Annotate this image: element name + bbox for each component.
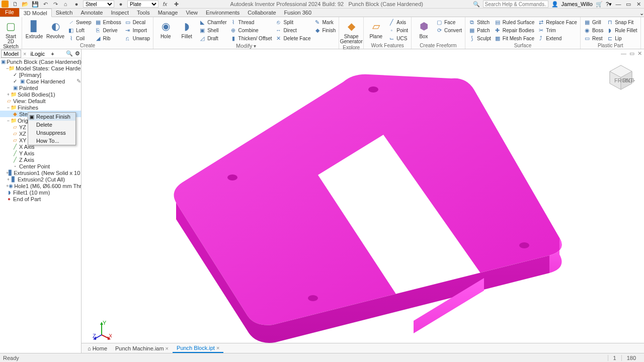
tree-root[interactable]: Punch Block (Case Hardened) <box>7 59 81 65</box>
box-button[interactable]: ⬢Box <box>414 18 434 39</box>
browser-tree[interactable]: ▣Punch Block (Case Hardened) −📁Model Sta… <box>0 58 81 353</box>
direct-button[interactable]: ↔Direct <box>274 26 312 34</box>
cart-icon[interactable]: 🛒 <box>596 1 603 8</box>
doc-tab-home[interactable]: ⌂Home <box>84 344 111 352</box>
convert-button[interactable]: ⟳Convert <box>435 26 463 34</box>
rib-button[interactable]: ◢Rib <box>94 34 122 42</box>
extend-button[interactable]: ⤴Extend <box>536 34 578 42</box>
tree-painted[interactable]: Painted <box>19 85 38 91</box>
deleteface-button[interactable]: ✕Delete Face <box>274 34 312 42</box>
tab-inspect[interactable]: Inspect <box>107 8 133 17</box>
browser-tab-model[interactable]: Model <box>1 50 21 58</box>
plane-button[interactable]: ▱Plane <box>366 18 386 39</box>
appearance-sphere-icon[interactable]: ● <box>116 1 125 8</box>
material-sphere-icon[interactable]: ● <box>72 1 81 8</box>
finish-button[interactable]: ◆Finish <box>313 26 337 34</box>
close-icon[interactable]: ✕ <box>635 1 642 8</box>
loft-button[interactable]: ◧Loft <box>66 26 93 34</box>
tree-eop[interactable]: End of Part <box>13 196 41 202</box>
qat-open-icon[interactable]: 📂 <box>21 1 30 8</box>
qat-home-icon[interactable]: ⌂ <box>61 1 70 8</box>
minimize-icon[interactable]: — <box>615 1 622 8</box>
thicken-button[interactable]: ▮Thicken/ Offset <box>229 34 273 42</box>
close-tab-icon[interactable]: × <box>166 345 169 351</box>
graphics-viewport[interactable]: — ▭ ✕ <box>82 49 644 353</box>
unwrap-button[interactable]: ⎌Unwrap <box>123 34 151 42</box>
coil-button[interactable]: ⌇Coil <box>66 34 93 42</box>
chamfer-button[interactable]: ◣Chamfer <box>198 18 227 26</box>
tab-3d-model[interactable]: 3D Model <box>19 9 52 17</box>
trim-button[interactable]: ✂Trim <box>536 26 578 34</box>
rulefillet-button[interactable]: ◗Rule Fillet <box>605 26 638 34</box>
ctx-repeat-finish[interactable]: ▣Repeat Finish <box>28 113 75 121</box>
qat-more-icon[interactable]: ✚ <box>172 1 181 8</box>
qat-undo-icon[interactable]: ↶ <box>41 1 50 8</box>
ctx-unsuppress[interactable]: Unsuppress <box>28 129 75 137</box>
tab-annotate[interactable]: Annotate <box>76 8 107 17</box>
browser-tab-add[interactable]: + <box>49 50 56 57</box>
viewport-close-icon[interactable]: ✕ <box>637 50 642 57</box>
shell-button[interactable]: ▣Shell <box>198 26 227 34</box>
tree-hole[interactable]: Hole1 (M6, Ø6.600 mm Through All Depth) <box>14 183 81 189</box>
tree-solidbodies[interactable]: Solid Bodies(1) <box>18 92 55 98</box>
ucs-button[interactable]: ⌙UCS <box>387 34 409 42</box>
stitch-button[interactable]: ⧉Stitch <box>467 18 492 26</box>
lip-button[interactable]: ⊏Lip <box>605 34 638 42</box>
repair-button[interactable]: ✚Repair Bodies <box>493 26 535 34</box>
close-tab-icon[interactable]: × <box>216 345 219 351</box>
tree-ext1[interactable]: Extrusion1 (New Solid x 10 mm) <box>14 170 81 176</box>
tab-collaborate[interactable]: Collaborate <box>244 8 280 17</box>
fx-icon[interactable]: fx <box>160 1 170 8</box>
start-sketch-button[interactable]: ▢Start 2D Sketch <box>2 18 20 49</box>
mark-button[interactable]: ✎Mark <box>313 18 337 26</box>
qat-save-icon[interactable]: 💾 <box>31 1 40 8</box>
viewport-minimize-icon[interactable]: — <box>621 50 626 57</box>
tree-zaxis[interactable]: Z Axis <box>19 157 34 163</box>
qat-new-icon[interactable]: 🗋 <box>11 1 20 8</box>
axis-button[interactable]: ╱Axis <box>387 18 409 26</box>
snap-button[interactable]: ⊓Snap Fit <box>605 18 638 26</box>
ctx-howto[interactable]: How To... <box>28 137 75 145</box>
tab-tools[interactable]: Tools <box>133 8 154 17</box>
tree-casehardened[interactable]: Case Hardened <box>26 78 65 84</box>
sculpt-button[interactable]: ⟆Sculpt <box>467 34 492 42</box>
tab-environments[interactable]: Environments <box>202 8 244 17</box>
face-button[interactable]: ▢Face <box>435 18 463 26</box>
part-model[interactable] <box>162 69 565 351</box>
tree-finishes[interactable]: Finishes <box>18 105 38 111</box>
decal-button[interactable]: ▭Decal <box>123 18 151 26</box>
tree-yaxis[interactable]: Y Axis <box>19 150 34 156</box>
grill-button[interactable]: ▦Grill <box>583 18 604 26</box>
user-name[interactable]: James_Willo <box>561 1 593 7</box>
tree-modelstates[interactable]: Model States: Case Hardened <box>16 65 81 71</box>
boss-button[interactable]: ◉Boss <box>583 26 604 34</box>
doc-tab-part[interactable]: Punch Block.ipt × <box>173 344 223 353</box>
import-button[interactable]: ⇥Import <box>123 26 151 34</box>
user-icon[interactable]: 👤 <box>551 1 558 8</box>
viewcube[interactable]: FRONT RIGHT <box>607 63 635 92</box>
draft-button[interactable]: ◿Draft <box>198 34 227 42</box>
maximize-icon[interactable]: ▭ <box>625 1 632 8</box>
tab-fusion360[interactable]: Fusion 360 <box>280 8 315 17</box>
qat-redo-icon[interactable]: ↷ <box>51 1 60 8</box>
point-button[interactable]: ◦Point <box>387 26 409 34</box>
shapegen-button[interactable]: ◆Shape Generator <box>341 18 361 44</box>
sweep-button[interactable]: ⟋Sweep <box>66 18 93 26</box>
tree-view[interactable]: View: Default <box>13 98 46 104</box>
tab-sketch[interactable]: Sketch <box>52 8 77 17</box>
tree-fillet[interactable]: Fillet1 (10 mm) <box>13 190 50 196</box>
rest-button[interactable]: ▭Rest <box>583 34 604 42</box>
browser-filter-icon[interactable]: ⚙ <box>75 50 80 57</box>
tree-primary[interactable]: [Primary] <box>19 72 41 78</box>
ribbon-collapse-icon[interactable]: ⌄ <box>639 10 644 17</box>
file-tab[interactable]: File <box>0 8 19 17</box>
patch-button[interactable]: ▦Patch <box>467 26 492 34</box>
help-search-input[interactable] <box>483 1 548 8</box>
doc-tab-assembly[interactable]: Punch Machine.iam × <box>111 344 173 352</box>
ctx-delete[interactable]: Delete <box>28 121 75 129</box>
tab-view[interactable]: View <box>182 8 202 17</box>
emboss-button[interactable]: ▦Emboss <box>94 18 122 26</box>
fitmesh-button[interactable]: ▩Fit Mesh Face <box>493 34 535 42</box>
fillet-button[interactable]: ◗Fillet <box>177 18 197 39</box>
replace-button[interactable]: ⇄Replace Face <box>536 18 578 26</box>
